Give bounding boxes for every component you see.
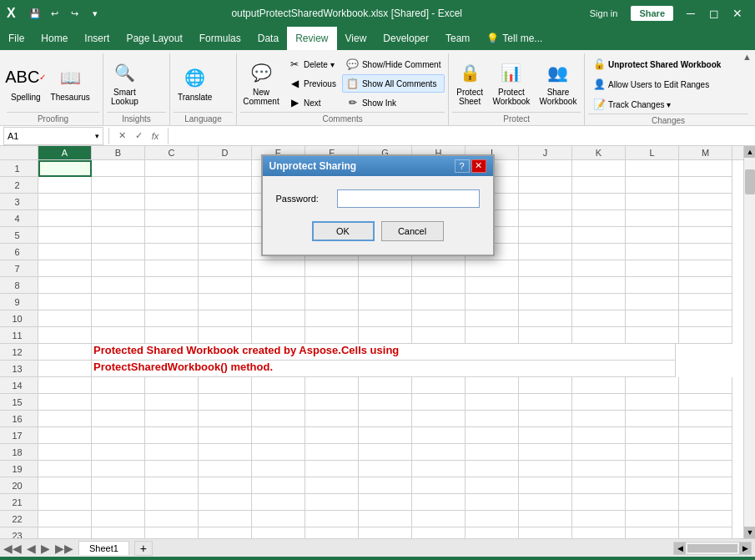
dialog-title-controls: ? ✕ [455,159,486,173]
unprotect-sharing-dialog: Unprotect Sharing ? ✕ Password: OK Cance… [261,154,495,256]
dialog-overlay: Unprotect Sharing ? ✕ Password: OK Cance… [0,0,755,560]
password-label: Password: [276,194,330,204]
dialog-body: Password: OK Cancel [263,176,493,255]
dialog-title-bar: Unprotect Sharing ? ✕ [263,156,493,176]
dialog-close-button[interactable]: ✕ [471,159,486,173]
dialog-cancel-button[interactable]: Cancel [381,221,444,241]
password-input[interactable] [337,189,480,208]
dialog-help-button[interactable]: ? [455,159,470,173]
dialog-ok-button[interactable]: OK [312,221,375,241]
dialog-buttons: OK Cancel [276,221,480,241]
password-field-row: Password: [276,189,480,208]
dialog-title-text: Unprotect Sharing [269,160,357,172]
